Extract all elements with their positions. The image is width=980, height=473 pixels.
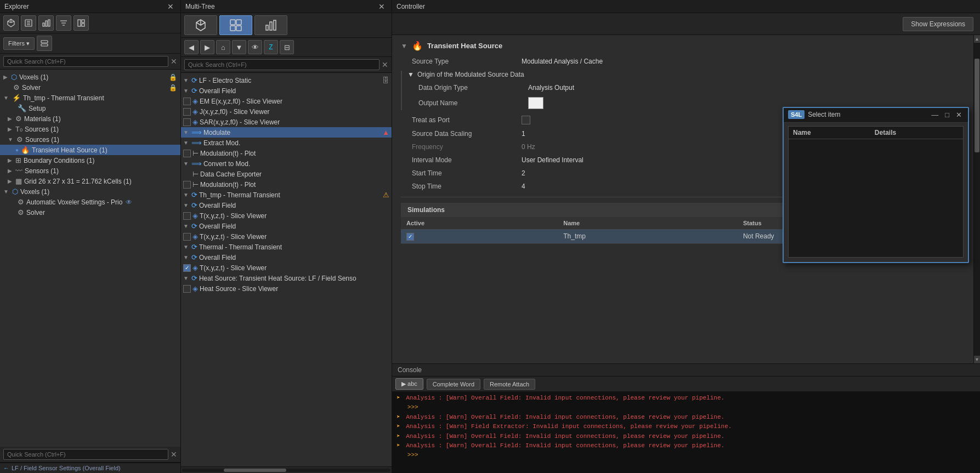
j-checkbox[interactable]: [183, 108, 191, 116]
mt-item-heat-source[interactable]: ▼ ⟳ Heat Source: Transient Heat Source: …: [181, 273, 392, 283]
origin-header: ▼ Origin of the Modulated Source Data: [407, 71, 965, 78]
av-eye[interactable]: 👁: [126, 198, 132, 206]
tree-item-transient-heat[interactable]: ● 🔥 Transient Heat Source (1): [0, 145, 180, 155]
dialog-close-btn[interactable]: ✕: [954, 111, 964, 119]
mt-item-t-viewer2[interactable]: ◈ T(x,y,z,t) - Slice Viewer: [181, 231, 392, 242]
dialog-title-bar: S4L Select item — □ ✕: [784, 108, 968, 122]
scroll-thumb[interactable]: [975, 59, 979, 152]
mt-item-convert[interactable]: ▼ ⟹ Convert to Mod.: [181, 158, 392, 169]
tree-item-initial-conditions[interactable]: ▶ T₀ Sources (1): [0, 124, 180, 134]
mt-item-extract[interactable]: ▼ ⟹ Extract Mod.: [181, 138, 392, 148]
mt-item-thtmp-thermal[interactable]: ▼ ⟳ Th_tmp - Thermal Transient ⚠: [181, 190, 392, 200]
console-remote-attach-btn[interactable]: Remote Attach: [484, 379, 535, 390]
scroll-track[interactable]: [974, 43, 980, 356]
select-dialog: S4L Select item — □ ✕ Name Details: [783, 107, 969, 263]
mt-item-overall1[interactable]: ▼ ⟳ Overall Field: [181, 86, 392, 96]
cube-icon-btn[interactable]: [3, 15, 19, 31]
layout-icon-btn[interactable]: [73, 15, 89, 31]
row-checkbox[interactable]: ✓: [406, 233, 414, 241]
mp2-checkbox[interactable]: [183, 181, 191, 189]
filters-btn[interactable]: Filters ▾: [3, 37, 35, 50]
lf-label: LF - Electro Static: [199, 77, 251, 84]
col-name: Name: [558, 217, 738, 230]
mt-scroll-track[interactable]: [182, 469, 390, 472]
scroll-up[interactable]: ▲: [974, 35, 980, 43]
mt-layers-btn[interactable]: ⊟: [280, 40, 294, 54]
tree-item-voxels[interactable]: ▶ ⬡ Voxels (1) 🔒: [0, 72, 180, 82]
output-name-swatch[interactable]: [528, 97, 543, 109]
mt-search-clear[interactable]: ✕: [382, 60, 388, 69]
mt-item-hs-viewer[interactable]: ◈ Heat Source - Slice Viewer: [181, 283, 392, 294]
of2-label: Overall Field: [199, 202, 236, 209]
mt-chart-btn[interactable]: [254, 15, 287, 35]
tree-item-thtmp[interactable]: ▼ ⚡ Th_tmp - Thermal Transient: [0, 93, 180, 103]
tv1-checkbox[interactable]: [183, 212, 191, 220]
dialog-maximize-btn[interactable]: □: [943, 111, 951, 119]
mt-layout-btn[interactable]: [219, 15, 252, 35]
tv2-checkbox[interactable]: [183, 233, 191, 241]
tree-item-voxels2[interactable]: ▼ ⬡ Voxels (1): [0, 186, 180, 197]
mt-back-btn[interactable]: ◀: [184, 40, 199, 54]
explorer-close-btn[interactable]: ✕: [165, 2, 176, 11]
mt-search-input[interactable]: [184, 59, 379, 70]
treat-port-checkbox[interactable]: [522, 116, 530, 124]
mt-item-overall4[interactable]: ▼ ⟳ Overall Field: [181, 252, 392, 263]
explorer-search-clear2[interactable]: ✕: [171, 450, 177, 459]
mt-item-thermal[interactable]: ▼ ⟳ Thermal - Thermal Transient: [181, 242, 392, 252]
tv3-checkbox[interactable]: ✓: [183, 264, 191, 272]
mt-item-modulate[interactable]: ▼ ⟹ Modulate ▲: [181, 127, 392, 138]
mt-scroll-thumb[interactable]: [224, 469, 286, 472]
mt-down-btn[interactable]: ▼: [232, 40, 246, 54]
tree-item-solver1[interactable]: ⚙ Solver 🔒: [0, 82, 180, 93]
mt-item-lf-electrostatic[interactable]: ▼ ⟳ LF - Electro Static 🗄: [181, 75, 392, 86]
settings-icon-btn[interactable]: [21, 15, 36, 31]
dialog-minimize-btn[interactable]: —: [930, 111, 940, 119]
chart-icon-btn[interactable]: [38, 15, 54, 31]
mt-3d-btn[interactable]: [184, 15, 217, 35]
tree-item-sources[interactable]: ▼ ⚙ Sources (1): [0, 134, 180, 145]
mt-item-sar-viewer[interactable]: ◈ SAR(x,y,z,f0) - Slice Viewer: [181, 117, 392, 127]
explorer-search-clear[interactable]: ✕: [171, 57, 177, 66]
mt-item-mod-plot2[interactable]: ⊢ Modulation(t) - Plot: [181, 179, 392, 190]
tree-item-sensors[interactable]: ▶ 〰 Sensors (1): [0, 166, 180, 176]
mt-item-data-cache[interactable]: ⊢ Data Cache Exporter: [181, 169, 392, 179]
controller-title: Controller: [396, 3, 425, 10]
console-terminal-btn[interactable]: ▶ abc: [395, 378, 423, 390]
console-text-5: Analysis : [Warn] Overall Field: Invalid…: [406, 433, 724, 440]
show-expressions-btn[interactable]: Show Expressions: [903, 17, 973, 31]
multitree-close-btn[interactable]: ✕: [376, 2, 387, 11]
mt-item-t-viewer1[interactable]: ◈ T(x,y,z,t) - Slice Viewer: [181, 210, 392, 221]
filter-icon-btn[interactable]: [56, 15, 71, 31]
sar-checkbox[interactable]: [183, 118, 191, 126]
mt-item-t-viewer3[interactable]: ✓ ◈ T(x,y,z,t) - Slice Viewer: [181, 263, 392, 273]
mt-z-btn[interactable]: Z: [264, 40, 278, 54]
em-checkbox[interactable]: [183, 98, 191, 105]
explorer-search-input2[interactable]: [3, 449, 168, 460]
tree-item-setup[interactable]: 🔧 Setup: [0, 103, 180, 113]
explorer-search-input[interactable]: [3, 56, 168, 67]
mt-item-mod-plot1[interactable]: ⊢ Modulation(t) - Plot: [181, 148, 392, 158]
hsv-checkbox[interactable]: [183, 285, 191, 293]
scroll-down[interactable]: ▼: [974, 356, 980, 363]
mt-item-j-viewer[interactable]: ◈ J(x,y,z,f0) - Slice Viewer: [181, 106, 392, 117]
bc-label: Boundary Conditions (1): [24, 157, 94, 164]
setup-icon: 🔧: [18, 104, 26, 112]
tree-item-grid[interactable]: ▶ ▦ Grid 26 x 27 x 31 = 21.762 kCells (1…: [0, 176, 180, 186]
mt-item-overall3[interactable]: ▼ ⟳ Overall Field: [181, 221, 392, 231]
dialog-title-text: Select item: [808, 111, 926, 118]
mt-item-em-viewer[interactable]: ◈ EM E(x,y,z,f0) - Slice Viewer: [181, 96, 392, 106]
mt-home-btn[interactable]: ⌂: [216, 40, 230, 54]
mp1-checkbox[interactable]: [183, 150, 191, 157]
tree-item-boundary[interactable]: ▶ ⊞ Boundary Conditions (1): [0, 155, 180, 166]
tree-item-materials[interactable]: ▶ ⚙ Materials (1): [0, 113, 180, 124]
row-active[interactable]: ✓: [401, 230, 558, 244]
mt-eye-btn[interactable]: 👁: [248, 40, 262, 54]
toggle-btn[interactable]: [37, 36, 52, 51]
controller-scrollbar[interactable]: ▲ ▼: [973, 35, 980, 363]
tree-item-auto-voxeler[interactable]: ⚙ Automatic Voxeler Settings - Prio 👁: [0, 197, 180, 207]
tree-item-solver2[interactable]: ⚙ Solver: [0, 207, 180, 218]
mt-item-overall2[interactable]: ▼ ⟳ Overall Field: [181, 200, 392, 210]
console-complete-word-btn[interactable]: Complete Word: [427, 379, 480, 390]
mt-forward-btn[interactable]: ▶: [200, 40, 214, 54]
console-arrow-4: ➤: [396, 423, 400, 430]
